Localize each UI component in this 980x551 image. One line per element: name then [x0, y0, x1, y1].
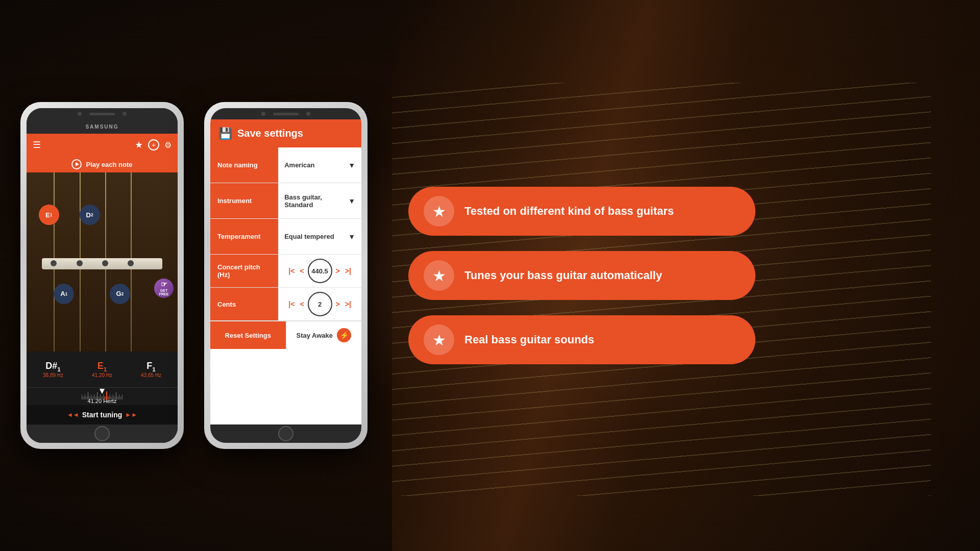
note-entry-dsharp[interactable]: D#1 38,89 Hz [43, 361, 63, 378]
cents-skip-start-btn[interactable]: |< [287, 299, 296, 309]
note-display: D#1 38,89 Hz E1 41,20 Hz F1 43,65 Hz [27, 352, 178, 387]
temperament-value[interactable]: Equal tempered ▼ [278, 219, 361, 254]
stay-awake-label: Stay Awake [296, 332, 333, 339]
fretboard[interactable]: E1 D2 A1 G2 ☞ GETFREE [27, 172, 178, 352]
feature-star-circle-2: ★ [424, 260, 454, 291]
phone2-home-button[interactable] [278, 426, 293, 441]
play-note-bar[interactable]: Play each note [27, 156, 178, 172]
favorite-icon[interactable]: ★ [135, 139, 143, 151]
note-freq-dsharp: 38,89 Hz [43, 372, 63, 378]
temperament-text: Equal tempered [284, 233, 334, 240]
instrument-row: Instrument Bass guitar, Standard ▼ [210, 183, 361, 219]
stay-awake-button[interactable]: Stay Awake ⚡ [286, 321, 362, 349]
play-circle-icon [71, 159, 82, 169]
start-tuning-bar[interactable]: ◄◄ Start tuning ►► [27, 405, 178, 424]
cents-row: Cents |< < 2 > >| [210, 288, 361, 321]
tuning-meter: 41.20 Hertz [27, 387, 178, 405]
temperament-row: Temperament Equal tempered ▼ [210, 219, 361, 255]
note-entry-f[interactable]: F1 43,65 Hz [141, 361, 161, 378]
pitch-skip-start-btn[interactable]: |< [287, 266, 296, 276]
start-tuning-label: Start tuning [82, 411, 122, 419]
feature-star-circle-3: ★ [424, 324, 454, 355]
note-g2[interactable]: G2 [110, 284, 130, 304]
phone2-camera-dot [261, 112, 265, 116]
note-naming-value[interactable]: American ▼ [278, 147, 361, 183]
note-name-e: E1 [92, 361, 112, 372]
concert-pitch-row: Concert pitch (Hz) |< < 440.5 > >| [210, 255, 361, 288]
cents-controls: |< < 2 > >| [278, 292, 361, 316]
feature-badge-3: ★ Real bass guitar sounds [408, 315, 755, 364]
get-free-text: GETFREE [159, 289, 169, 296]
note-name-f: F1 [141, 361, 161, 372]
note-naming-dropdown-icon: ▼ [348, 161, 355, 169]
play-triangle-icon [76, 162, 79, 166]
header-icons-right: ★ + ⚙ [135, 139, 172, 151]
meter-pointer [100, 389, 105, 394]
phone1-speaker-bar [89, 113, 115, 115]
feature-star-icon-3: ★ [432, 331, 446, 349]
feature-star-circle-1: ★ [424, 196, 454, 227]
get-free-hand-icon: ☞ [161, 280, 167, 288]
settings-icon[interactable]: ⚙ [164, 140, 172, 150]
note-a1[interactable]: A1 [54, 284, 74, 304]
pitch-next-btn[interactable]: > [334, 266, 341, 276]
reset-settings-button[interactable]: Reset Settings [210, 321, 286, 349]
phone2-speaker-bar [273, 113, 299, 115]
app1-header: ☰ ★ + ⚙ [27, 134, 178, 156]
right-arrows-icon: ►► [125, 411, 137, 418]
phone1-bottom [27, 424, 178, 443]
settings-body: Note naming American ▼ Instrument Bass g… [210, 147, 361, 424]
phone1-brand-bar: SAMSUNG [27, 119, 178, 134]
note-freq-f: 43,65 Hz [141, 372, 161, 378]
note-entry-e[interactable]: E1 41,20 Hz [92, 361, 112, 378]
note-name-dsharp: D#1 [43, 361, 63, 372]
cents-label: Cents [210, 288, 278, 320]
menu-icon[interactable]: ☰ [33, 139, 41, 151]
cents-next-btn[interactable]: > [334, 299, 341, 309]
phone1-camera-dot [78, 112, 82, 116]
feature-text-1: Tested on different kind of bass guitars [464, 204, 674, 219]
note-freq-e: 41,20 Hz [92, 372, 112, 378]
note-d2[interactable]: D2 [80, 205, 100, 225]
concert-pitch-value: 440.5 [308, 259, 332, 283]
note-naming-text: American [284, 161, 314, 169]
nut-dot-2 [77, 260, 83, 266]
feature-star-icon-1: ★ [432, 203, 446, 220]
feature-text-3: Real bass guitar sounds [464, 333, 594, 347]
cents-value: 2 [308, 292, 332, 316]
settings-header: 💾 Save settings [210, 119, 361, 147]
add-icon[interactable]: + [148, 139, 159, 151]
feature-star-icon-2: ★ [432, 267, 446, 285]
note-naming-label: Note naming [210, 147, 278, 183]
instrument-text: Bass guitar, Standard [284, 193, 348, 209]
settings-title: Save settings [237, 128, 303, 139]
cents-prev-btn[interactable]: < [298, 299, 305, 309]
temperament-dropdown-icon: ▼ [348, 233, 355, 241]
cents-skip-end-btn[interactable]: >| [344, 299, 353, 309]
instrument-dropdown-icon: ▼ [348, 197, 355, 205]
note-naming-row: Note naming American ▼ [210, 147, 361, 183]
pitch-skip-end-btn[interactable]: >| [344, 266, 353, 276]
play-note-label: Play each note [86, 161, 132, 168]
concert-pitch-label: Concert pitch (Hz) [210, 255, 278, 287]
temperament-label: Temperament [210, 219, 278, 254]
instrument-label: Instrument [210, 183, 278, 218]
features-panel: ★ Tested on different kind of bass guita… [388, 187, 960, 364]
phone2-bottom [210, 424, 361, 443]
bulb-icon: ⚡ [337, 328, 351, 342]
bottom-row: Reset Settings Stay Awake ⚡ [210, 321, 361, 349]
phone2-sensor-dot [306, 112, 310, 116]
phone1-sensor-dot [122, 112, 127, 116]
phone1-sensors [27, 108, 178, 119]
nut-dot-3 [102, 260, 108, 266]
phone1-home-button[interactable] [94, 426, 110, 441]
save-icon: 💾 [218, 127, 232, 140]
phone2-sensors [210, 108, 361, 119]
note-e1[interactable]: E1 [39, 205, 59, 225]
instrument-value[interactable]: Bass guitar, Standard ▼ [278, 183, 361, 218]
pitch-prev-btn[interactable]: < [298, 266, 305, 276]
feature-badge-1: ★ Tested on different kind of bass guita… [408, 187, 755, 236]
get-free-badge[interactable]: ☞ GETFREE [154, 279, 174, 298]
concert-pitch-controls: |< < 440.5 > >| [278, 259, 361, 283]
feature-badge-2: ★ Tunes your bass guitar automatically [408, 251, 755, 300]
